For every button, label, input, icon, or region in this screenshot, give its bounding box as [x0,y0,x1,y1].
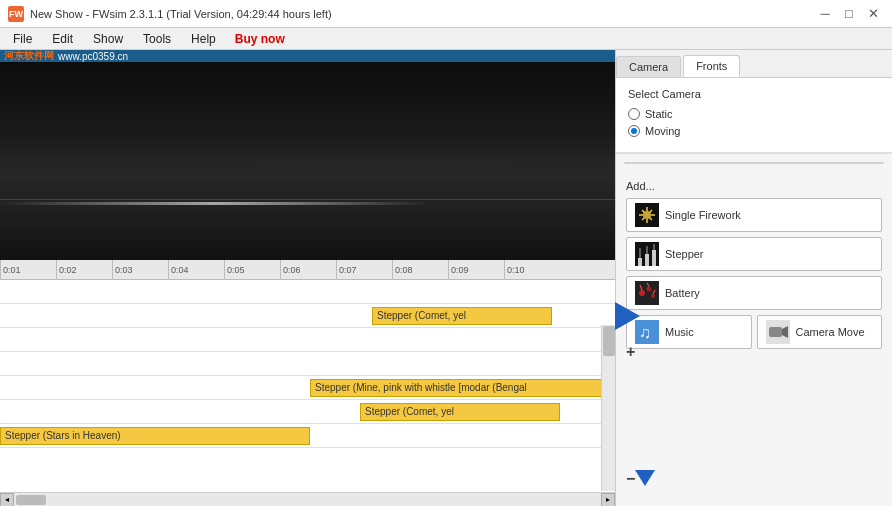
ruler-mark-4: 0:05 [224,260,280,279]
ruler-mark-0: 0:01 [0,260,56,279]
ruler-mark-6: 0:07 [336,260,392,279]
add-row-firework: Single Firework [626,198,882,232]
ruler-mark-2: 0:03 [112,260,168,279]
stepper-icon [635,242,659,266]
hscroll-thumb[interactable] [16,495,46,505]
track-item-stepper4[interactable]: Stepper (Stars in Heaven) [0,427,310,445]
firework-icon [635,203,659,227]
app-icon: FW [8,6,24,22]
track-row-0 [0,280,615,304]
ruler-marks: 0:01 0:02 0:03 0:04 0:05 0:06 0:07 0:08 … [0,260,615,279]
track-item-stepper3[interactable]: Stepper (Comet, yel [360,403,560,421]
moving-label: Moving [645,125,680,137]
track-row-3 [0,352,615,376]
menu-tools[interactable]: Tools [134,29,180,49]
add-panel: Add... [616,172,892,506]
add-row-music-camera: ♫ Music Camera Move [626,315,882,349]
music-label: Music [665,326,694,338]
camera-move-label: Camera Move [796,326,865,338]
add-music-button[interactable]: ♫ Music [626,315,752,349]
static-radio-option[interactable]: Static [628,108,880,120]
track-row-5: Stepper (Comet, yel [0,400,615,424]
add-battery-button[interactable]: Battery [626,276,882,310]
menu-bar: File Edit Show Tools Help Buy now [0,28,892,50]
camera-move-icon [766,320,790,344]
camera-tabs: Camera Fronts [616,50,892,78]
add-single-firework-button[interactable]: Single Firework [626,198,882,232]
watermark-site1: 河东软件网 [4,49,54,63]
video-preview [0,50,615,260]
track-row-2 [0,328,615,352]
window-controls: ─ □ ✕ [814,3,884,25]
timeline-hscrollbar[interactable]: ◂ ▸ [0,492,615,506]
ruler-mark-3: 0:04 [168,260,224,279]
track-row-4: Stepper (Mine, pink with whistle [modar … [0,376,615,400]
zoom-in-button[interactable]: + [626,343,635,361]
track-row-6: Stepper (Stars in Heaven) [0,424,615,448]
menu-help[interactable]: Help [182,29,225,49]
svg-rect-12 [645,254,649,266]
fronts-tab[interactable]: Fronts [683,55,740,77]
title-bar: FW New Show - FWsim 2.3.1.1 (Trial Versi… [0,0,892,28]
camera-settings: Select Camera Static Moving [616,78,892,153]
svg-point-18 [639,290,645,296]
ruler-mark-9: 0:10 [504,260,560,279]
zoom-out-button[interactable]: − [626,470,635,488]
menu-file[interactable]: File [4,29,41,49]
menu-edit[interactable]: Edit [43,29,82,49]
moving-radio[interactable] [628,125,640,137]
add-stepper-button[interactable]: Stepper [626,237,882,271]
title-bar-left: FW New Show - FWsim 2.3.1.1 (Trial Versi… [8,6,332,22]
svg-rect-27 [769,327,782,337]
hscroll-right-arrow[interactable]: ▸ [601,493,615,507]
timeline-tracks[interactable]: Stepper (Comet, yel Stepper (Mine, pink … [0,280,615,506]
add-buttons: Single Firework [626,198,882,349]
svg-point-20 [651,294,655,298]
add-row-stepper: Stepper [626,237,882,271]
menu-show[interactable]: Show [84,29,132,49]
stepper-label: Stepper [665,248,704,260]
preview-panel: 0:01 0:02 0:03 0:04 0:05 0:06 0:07 0:08 … [0,50,615,506]
video-light [0,202,431,205]
ruler-mark-1: 0:02 [56,260,112,279]
track-item-stepper1[interactable]: Stepper (Comet, yel [372,307,552,325]
ruler-mark-8: 0:09 [448,260,504,279]
hscroll-left-arrow[interactable]: ◂ [0,493,14,507]
ruler-mark-7: 0:08 [392,260,448,279]
static-label: Static [645,108,673,120]
maximize-button[interactable]: □ [838,3,860,25]
svg-rect-17 [635,281,659,305]
moving-radio-option[interactable]: Moving [628,125,880,137]
add-camera-move-button[interactable]: Camera Move [757,315,883,349]
watermark-site2: www.pc0359.cn [58,51,128,62]
camera-tab[interactable]: Camera [616,56,681,77]
right-panel: Camera Fronts Select Camera Static Movin… [615,50,892,506]
svg-rect-13 [652,250,656,266]
track-row-1: Stepper (Comet, yel [0,304,615,328]
svg-point-19 [647,287,652,292]
close-button[interactable]: ✕ [862,3,884,25]
ruler-mark-5: 0:06 [280,260,336,279]
battery-icon [635,281,659,305]
window-title: New Show - FWsim 2.3.1.1 (Trial Version,… [30,8,332,20]
camera-preview-empty [624,162,884,164]
add-label: Add... [626,180,882,192]
timeline-ruler: 0:01 0:02 0:03 0:04 0:05 0:06 0:07 0:08 … [0,260,615,280]
minimize-button[interactable]: ─ [814,3,836,25]
vscroll-thumb[interactable] [603,326,615,356]
track-item-stepper2[interactable]: Stepper (Mine, pink with whistle [modar … [310,379,615,397]
svg-text:♫: ♫ [639,324,651,341]
svg-rect-11 [638,258,642,266]
select-camera-label: Select Camera [628,88,880,100]
add-row-battery: Battery [626,276,882,310]
video-city [0,160,615,200]
video-horizon [0,199,615,200]
timeline-vscrollbar[interactable] [601,325,615,491]
static-radio[interactable] [628,108,640,120]
music-icon: ♫ [635,320,659,344]
buy-now-link[interactable]: Buy now [227,30,293,48]
scroll-down-arrow[interactable] [635,470,655,486]
watermark-bar: 河东软件网 www.pc0359.cn [0,50,615,62]
battery-label: Battery [665,287,700,299]
single-firework-label: Single Firework [665,209,741,221]
